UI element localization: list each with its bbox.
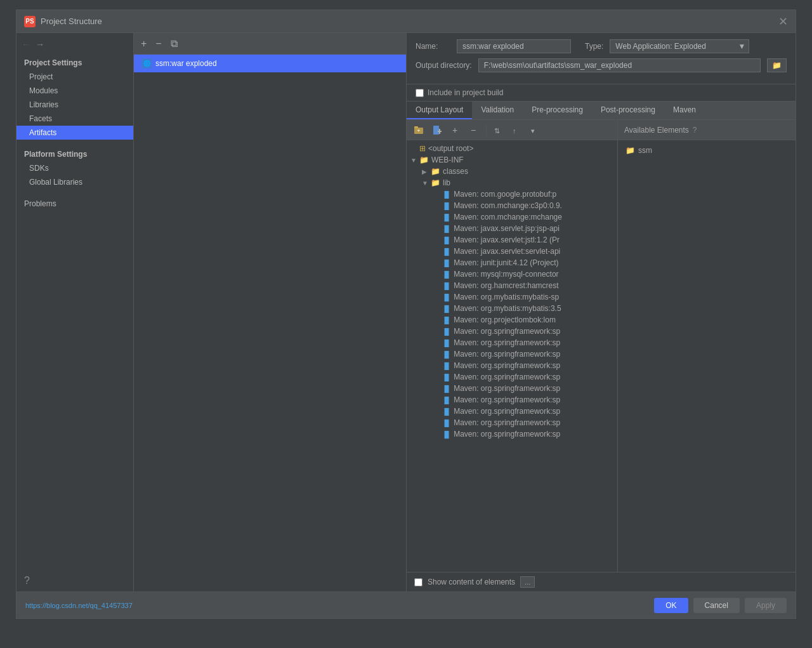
move-down-button[interactable]: ⇅: [490, 124, 507, 136]
tree-item[interactable]: ▐▌Maven: org.springframework:sp: [407, 394, 617, 406]
type-dropdown-wrapper: Web Application: Exploded ▼: [610, 39, 749, 53]
sidebar-item-project[interactable]: Project: [16, 70, 133, 84]
maven-icon: ▐▌: [442, 260, 451, 267]
move-up-button[interactable]: ↑: [509, 124, 525, 136]
show-content-checkbox[interactable]: [414, 578, 422, 586]
tree-item[interactable]: ▐▌Maven: org.hamcrest:hamcrest: [407, 280, 617, 291]
remove-element-button[interactable]: −: [466, 124, 482, 136]
sidebar-item-global-libraries[interactable]: Global Libraries: [16, 175, 133, 189]
tree-item[interactable]: ▐▌Maven: com.mchange:mchange: [407, 211, 617, 223]
tree-item[interactable]: ▐▌Maven: org.mybatis:mybatis-sp: [407, 291, 617, 303]
tree-item-label: Maven: org.springframework:sp: [454, 373, 560, 381]
tree-item[interactable]: ⊞<output root>: [407, 143, 617, 154]
tree-item[interactable]: ▐▌Maven: org.springframework:sp: [407, 417, 617, 428]
tree-item[interactable]: ▐▌Maven: javax.servlet:jstl:1.2 (Pr: [407, 234, 617, 246]
tab-maven[interactable]: Maven: [664, 102, 705, 119]
tree-item[interactable]: ▐▌Maven: org.springframework:sp: [407, 428, 617, 440]
available-help-icon[interactable]: ?: [693, 126, 697, 135]
include-build-row: Include in project build: [407, 84, 796, 102]
sidebar-item-modules[interactable]: Modules: [16, 84, 133, 98]
sidebar-item-problems[interactable]: Problems: [16, 197, 133, 211]
cancel-button[interactable]: Cancel: [693, 598, 740, 613]
tree-item[interactable]: ▐▌Maven: org.springframework:sp: [407, 326, 617, 337]
tree-item[interactable]: ▐▌Maven: org.springframework:sp: [407, 348, 617, 360]
artifact-item[interactable]: 🌐 ssm:war exploded: [134, 55, 406, 72]
svg-text:▾: ▾: [531, 127, 535, 135]
maven-icon: ▐▌: [442, 248, 451, 255]
tree-item[interactable]: ▐▌Maven: org.springframework:sp: [407, 371, 617, 383]
tree-item[interactable]: ▶📁classes: [407, 166, 617, 177]
forward-arrow[interactable]: →: [36, 39, 44, 50]
close-button[interactable]: ✕: [778, 15, 788, 29]
svg-text:↑: ↑: [513, 127, 516, 135]
tab-post-processing[interactable]: Post-processing: [592, 102, 664, 119]
show-content-more-button[interactable]: ...: [520, 576, 535, 588]
sidebar-item-artifacts[interactable]: Artifacts: [16, 126, 133, 140]
tree-item-label: Maven: org.springframework:sp: [454, 350, 560, 359]
maven-icon: ▐▌: [442, 420, 451, 426]
maven-icon: ▐▌: [442, 317, 451, 324]
tree-item-label: Maven: junit:junit:4.12 (Project): [454, 258, 558, 267]
show-content-label: Show content of elements: [428, 578, 515, 586]
sidebar: ← → Project Settings Project Modules Lib…: [16, 33, 134, 592]
maven-icon: ▐▌: [442, 282, 451, 289]
tree-item-label: Maven: org.projectlombok:lom: [454, 315, 556, 324]
tree-item-label: Maven: org.springframework:sp: [454, 338, 560, 347]
tree-item-label: classes: [443, 167, 468, 176]
tree-item-label: lib: [443, 178, 450, 187]
ok-button[interactable]: OK: [654, 598, 688, 613]
tree-item[interactable]: ▐▌Maven: org.mybatis:mybatis:3.5: [407, 303, 617, 314]
tree-item[interactable]: ▐▌Maven: org.springframework:sp: [407, 383, 617, 394]
sidebar-item-libraries[interactable]: Libraries: [16, 98, 133, 112]
tab-output-layout[interactable]: Output Layout: [407, 102, 472, 119]
create-file-button[interactable]: [429, 124, 445, 136]
maven-icon: ▐▌: [442, 431, 451, 438]
browse-output-dir-button[interactable]: 📁: [767, 58, 787, 72]
tree-item[interactable]: ▐▌Maven: com.mchange:c3p0:0.9.: [407, 200, 617, 211]
tree-item[interactable]: ▐▌Maven: mysql:mysql-connector: [407, 268, 617, 280]
tree-item[interactable]: ▼📁WEB-INF: [407, 154, 617, 166]
maven-icon: ▐▌: [442, 305, 451, 312]
name-input[interactable]: [457, 39, 571, 53]
config-panel: Name: Type: Web Application: Exploded ▼ …: [407, 33, 796, 592]
output-tree-toolbar: +: [407, 120, 617, 140]
toolbar-separator: [486, 124, 487, 136]
available-item[interactable]: 📁ssm: [618, 144, 796, 157]
add-artifact-button[interactable]: +: [138, 37, 150, 51]
project-structure-window: PS Project Structure ✕ ← → Project Setti…: [16, 10, 796, 619]
tree-item[interactable]: ▐▌Maven: org.springframework:sp: [407, 406, 617, 417]
tree-item[interactable]: ▐▌Maven: junit:junit:4.12 (Project): [407, 257, 617, 268]
remove-artifact-button[interactable]: −: [152, 37, 164, 51]
back-arrow[interactable]: ←: [22, 39, 30, 50]
tree-item[interactable]: ▐▌Maven: javax.servlet.jsp:jsp-api: [407, 223, 617, 234]
tree-item[interactable]: ▐▌Maven: org.springframework:sp: [407, 337, 617, 348]
tree-item-label: Maven: javax.servlet:servlet-api: [454, 247, 560, 256]
footer: https://blog.csdn.net/qq_41457337 OK Can…: [16, 592, 796, 618]
sidebar-item-sdks[interactable]: SDKs: [16, 161, 133, 175]
create-directory-button[interactable]: +: [410, 124, 427, 136]
sidebar-item-facets[interactable]: Facets: [16, 112, 133, 126]
maven-icon: ▐▌: [442, 374, 451, 381]
add-element-button[interactable]: +: [447, 124, 464, 136]
tree-item[interactable]: ▐▌Maven: javax.servlet:servlet-api: [407, 246, 617, 257]
include-build-checkbox[interactable]: [416, 89, 424, 97]
tree-item[interactable]: ▐▌Maven: org.springframework:sp: [407, 360, 617, 371]
output-tree[interactable]: ⊞<output root>▼📁WEB-INF▶📁classes▼📁lib▐▌M…: [407, 140, 617, 572]
main-content: ← → Project Settings Project Modules Lib…: [16, 33, 796, 592]
expand-button[interactable]: ▾: [527, 124, 544, 136]
type-select[interactable]: Web Application: Exploded: [610, 39, 749, 53]
tab-pre-processing[interactable]: Pre-processing: [523, 102, 592, 119]
available-item-label: ssm: [638, 146, 652, 155]
output-dir-input[interactable]: [478, 58, 761, 72]
maven-icon: ▐▌: [442, 408, 451, 415]
tree-item[interactable]: ▼📁lib: [407, 177, 617, 188]
folder-icon: 📁: [431, 167, 440, 176]
tree-item[interactable]: ▐▌Maven: com.google.protobuf:p: [407, 188, 617, 200]
help-icon[interactable]: ?: [16, 570, 133, 592]
copy-artifact-button[interactable]: ⧉: [167, 37, 181, 51]
config-header: Name: Type: Web Application: Exploded ▼ …: [407, 33, 796, 84]
tree-item[interactable]: ▐▌Maven: org.projectlombok:lom: [407, 314, 617, 326]
artifact-list-panel: + − ⧉ 🌐 ssm:war exploded: [134, 33, 407, 592]
tab-validation[interactable]: Validation: [472, 102, 523, 119]
apply-button[interactable]: Apply: [745, 598, 787, 613]
